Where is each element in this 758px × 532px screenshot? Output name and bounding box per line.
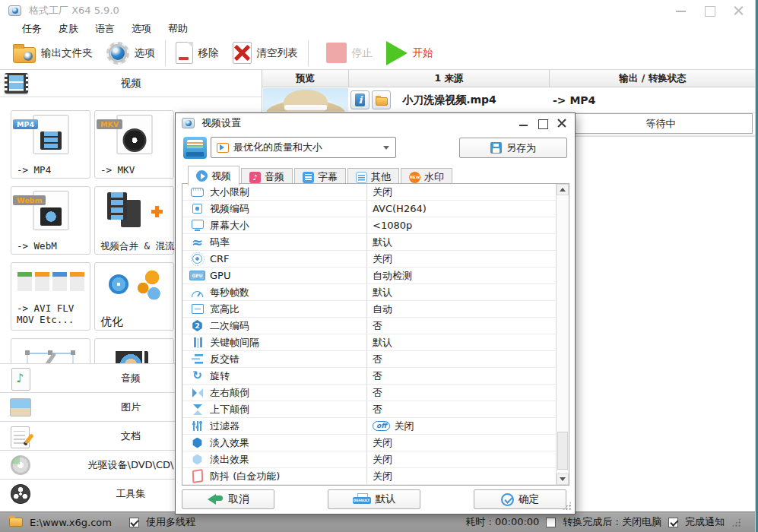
format-card-multi-format[interactable]: -> AVI FLV MOV Etc... <box>11 262 90 331</box>
setting-row-fade-in[interactable]: 淡入效果关闭 <box>182 435 556 451</box>
setting-row-monitor[interactable]: 屏幕大小<1080p <box>182 217 556 234</box>
setting-row-stabilize[interactable]: 防抖 (白金功能)关闭 <box>182 468 556 485</box>
close-button[interactable] <box>731 4 747 17</box>
setting-row-rotate[interactable]: 旋转否 <box>182 368 556 385</box>
flip-h-icon <box>191 386 204 399</box>
tab-label: 其他 <box>371 170 391 184</box>
shutdown-after-checkbox[interactable] <box>546 518 556 527</box>
dialog-title: 视频设置 <box>201 116 241 130</box>
menu-item-4[interactable]: 帮助 <box>160 22 196 36</box>
format-card-mp4-file[interactable]: MP4-> MP4 <box>11 110 90 179</box>
setting-row-ruler[interactable]: 大小限制关闭 <box>182 184 556 201</box>
minimize-button[interactable] <box>673 4 690 17</box>
setting-row-deinterlace[interactable]: 反交错否 <box>182 351 556 368</box>
dialog-icon <box>182 118 195 128</box>
multi-format-icon <box>11 267 90 306</box>
menu-item-1[interactable]: 皮肤 <box>50 22 87 36</box>
setting-row-filter[interactable]: 过滤器off关闭 <box>182 418 556 435</box>
ok-button[interactable]: 确定 <box>474 489 566 509</box>
resize-grip[interactable] <box>731 518 741 527</box>
video-preview-thumbnail[interactable] <box>263 88 348 112</box>
options-button[interactable]: 选项 <box>100 38 162 68</box>
column-header-source[interactable]: 1 来源 <box>349 70 550 87</box>
tab-label: 字幕 <box>318 170 338 184</box>
scrollbar[interactable] <box>556 184 569 485</box>
dialog-maximize-button[interactable] <box>536 117 550 129</box>
film-reel-icon <box>9 483 32 505</box>
stop-button[interactable]: 停止 <box>319 38 379 68</box>
source-filename[interactable]: 小刀洗澡视频.mp4 <box>349 87 550 112</box>
floppy-disk-icon <box>490 142 502 154</box>
menu-item-3[interactable]: 选项 <box>123 22 160 36</box>
setting-label: 上下颠倒 <box>210 403 249 416</box>
scroll-up-arrow[interactable] <box>557 184 569 195</box>
sidebar-section-video[interactable]: 视频 <box>0 70 262 97</box>
remove-button[interactable]: 移除 <box>169 38 226 68</box>
setting-row-atom[interactable]: CRF关闭 <box>182 251 556 268</box>
clear-list-button[interactable]: 清空列表 <box>226 38 305 68</box>
output-folder-button[interactable]: 输出文件夹 <box>6 38 100 68</box>
setting-row-waves[interactable]: 码率默认 <box>182 234 556 251</box>
menu-item-0[interactable]: 任务 <box>14 22 50 36</box>
notify-checkbox[interactable] <box>668 518 678 527</box>
format-card-partial[interactable] <box>94 338 174 363</box>
video-tab-icon <box>196 170 208 182</box>
setting-row-flip-h[interactable]: 左右颠倒否 <box>182 385 556 401</box>
quality-preset-select[interactable]: 最优化的质量和大小 <box>211 137 396 158</box>
format-card-mkv-file[interactable]: MKV-> MKV <box>94 110 174 179</box>
off-badge: off <box>373 421 390 431</box>
setting-value-text: 关闭 <box>373 436 392 450</box>
setting-label: 左右颠倒 <box>210 386 249 400</box>
setting-row-aspect[interactable]: 宽高比自动 <box>182 301 556 318</box>
default-button[interactable]: 默认 <box>328 489 420 509</box>
gauge-icon <box>191 286 204 299</box>
start-button[interactable]: 开始 <box>379 38 440 68</box>
multithread-checkbox[interactable] <box>129 518 139 527</box>
cancel-button[interactable]: 取消 <box>182 489 274 509</box>
subtitle-tab-icon <box>303 172 314 183</box>
format-card-webm-file[interactable]: Webm-> WebM <box>11 186 90 255</box>
hat-image <box>284 105 327 110</box>
tab-video[interactable]: 视频 <box>188 166 239 185</box>
format-card-partial[interactable] <box>11 338 90 363</box>
setting-value: 默认 <box>373 284 392 300</box>
rotate-icon <box>191 369 204 382</box>
video-settings-dialog: 视频设置 最优化的质量和大小 另存为 视频音频字幕其他NEW水印 大小限制关闭视… <box>175 112 576 515</box>
filter-icon <box>191 420 204 432</box>
setting-label: 反交错 <box>210 353 239 366</box>
save-as-button[interactable]: 另存为 <box>459 138 567 158</box>
setting-row-flip-v[interactable]: 上下颠倒否 <box>182 401 556 418</box>
scrollbar-thumb[interactable] <box>557 432 568 470</box>
setting-row-fade-out[interactable]: 淡出效果关闭 <box>182 451 556 468</box>
column-header-preview[interactable]: 预览 <box>262 70 349 87</box>
dialog-close-button[interactable] <box>555 117 569 129</box>
preset-selected-value: 最优化的质量和大小 <box>233 141 322 154</box>
setting-label: GPU <box>210 270 230 281</box>
new-badge: NEW <box>410 175 420 179</box>
format-card-video-merge[interactable]: 视频合并 & 混流 <box>94 186 174 255</box>
setting-row-gauge[interactable]: 每秒帧数默认 <box>182 284 556 301</box>
chevron-down-icon <box>383 146 389 150</box>
setting-label: 淡入效果 <box>210 436 249 450</box>
setting-row-keyframe[interactable]: 关键帧间隔默认 <box>182 334 556 351</box>
fade-in-icon <box>191 436 204 449</box>
maximize-button[interactable] <box>702 4 718 17</box>
setting-row-two-pass[interactable]: 二次编码否 <box>182 318 556 334</box>
menu-item-2[interactable]: 语言 <box>87 22 123 36</box>
dialog-minimize-button[interactable] <box>517 117 531 129</box>
setting-value: 否 <box>373 401 382 417</box>
setting-row-gpu[interactable]: GPU自动检测 <box>182 268 556 284</box>
output-path[interactable]: E:\www.x6g.com <box>30 517 112 528</box>
dialog-titlebar: 视频设置 <box>176 113 575 133</box>
setting-value: 关闭 <box>373 251 392 267</box>
scroll-down-arrow[interactable] <box>557 473 569 485</box>
output-format: -> MP4 <box>553 87 595 112</box>
setting-value: <1080p <box>373 217 412 233</box>
sidebar-section-title: 视频 <box>0 70 262 97</box>
setting-label: 屏幕大小 <box>210 219 249 233</box>
setting-row-chip[interactable]: 视频编码AVC(H264) <box>182 201 556 217</box>
column-header-output[interactable]: 输出 / 转换状态 <box>550 70 756 87</box>
setting-value-text: 关闭 <box>373 185 392 199</box>
format-card-optimize[interactable]: 优化 <box>94 262 174 331</box>
format-badge: MKV <box>97 119 122 129</box>
